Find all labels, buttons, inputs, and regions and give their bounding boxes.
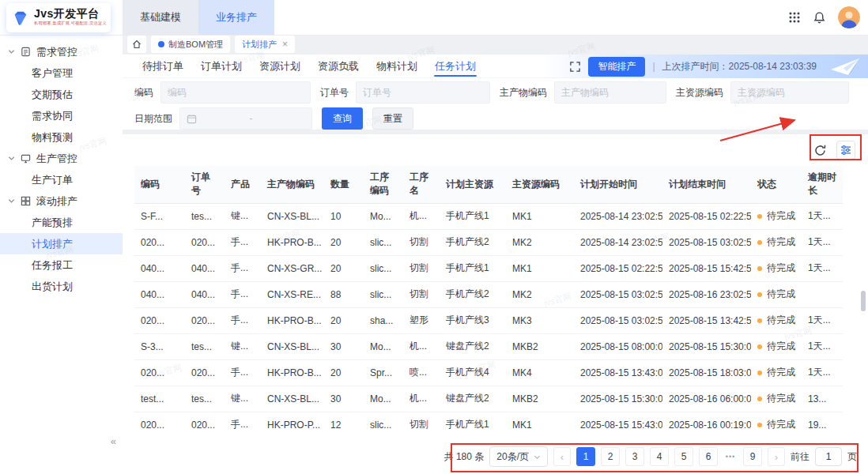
home-icon[interactable] xyxy=(127,36,146,53)
table-cell: 1天... xyxy=(802,333,843,359)
sidebar-item-label: 生产管控 xyxy=(36,152,77,166)
table-row[interactable]: S-3...tes...键...CN-XS-BL...30Mo...机...键盘… xyxy=(134,333,843,359)
next-page-button[interactable]: › xyxy=(768,447,785,466)
sidebar-item[interactable]: 需求协同 xyxy=(0,105,123,126)
bell-icon[interactable] xyxy=(813,11,826,24)
logo-text: Jvs开发平台 私有部署,集成扩展,可视配置,灵活定义 xyxy=(34,8,141,28)
table-cell: tes... xyxy=(185,203,225,229)
fullscreen-icon[interactable] xyxy=(569,61,581,73)
pagination-page[interactable]: 1 xyxy=(576,447,595,466)
sidebar-item[interactable]: 物料预测 xyxy=(0,126,123,148)
filter-input[interactable] xyxy=(554,81,666,103)
avatar[interactable] xyxy=(838,6,860,28)
table-cell: 手... xyxy=(225,412,261,438)
table-cell: 键盘产线2 xyxy=(440,333,506,359)
page-size-select[interactable]: 20条/页 xyxy=(489,446,548,467)
sidebar-group[interactable]: 滚动排产 xyxy=(0,190,123,212)
sub-tab[interactable]: 任务计划 xyxy=(426,55,485,77)
pagination-page[interactable]: 2 xyxy=(601,447,620,466)
workspace-tabs: 制造BOM管理计划排产× xyxy=(151,36,295,53)
table-cell: Mo... xyxy=(364,333,403,359)
table-cell: 手... xyxy=(225,307,261,333)
sidebar-collapse-icon[interactable]: « xyxy=(111,435,116,447)
table-cell: 2025-08-16 00:19:00 xyxy=(662,412,751,438)
table-cell: MK4 xyxy=(506,359,574,386)
status-dot-icon xyxy=(757,318,762,323)
search-button[interactable]: 查询 xyxy=(322,107,363,130)
sidebar-item[interactable]: 生产订单 xyxy=(0,169,123,190)
logo-gem-icon xyxy=(12,9,29,27)
sub-tab[interactable]: 资源负载 xyxy=(309,55,368,77)
table-cell: MK1 xyxy=(506,203,574,229)
goto-page-input[interactable] xyxy=(815,447,842,466)
workspace-tab[interactable]: 制造BOM管理 xyxy=(151,36,230,53)
table-cell: 13... xyxy=(802,386,843,412)
sidebar-item[interactable]: 产能预排 xyxy=(0,212,123,233)
filter-input[interactable] xyxy=(160,81,311,103)
date-range-input[interactable]: - xyxy=(179,107,312,130)
table-cell: 2025-08-16 23:02:59 xyxy=(662,281,751,307)
status-dot-icon xyxy=(757,344,762,349)
table-cell: 2025-08-15 18:03:00 xyxy=(662,359,751,386)
workspace-tab[interactable]: 计划排产× xyxy=(235,36,295,53)
table-cell: 切割 xyxy=(403,281,440,307)
sidebar-group[interactable]: 需求管控 xyxy=(0,41,123,62)
pagination-page[interactable]: 5 xyxy=(674,447,693,466)
app-root: { "header": { "logo": { "title": "Jvs开发平… xyxy=(0,0,868,474)
pagination-page[interactable]: 9 xyxy=(743,447,762,466)
pagination-page[interactable]: 3 xyxy=(625,447,644,466)
pagination-page[interactable]: 4 xyxy=(650,447,669,466)
table-cell: 30 xyxy=(324,386,364,412)
filter-field: 编码 xyxy=(134,81,311,103)
tasks-table: 编码订单号产品主产物编码数量工序编码工序名计划主资源主资源编码计划开始时间计划结… xyxy=(134,166,843,438)
status-badge: 待完成 xyxy=(751,281,802,307)
layers-icon xyxy=(21,196,31,206)
pagination-ellipsis[interactable]: ••• xyxy=(723,453,738,461)
nav-tab[interactable]: 业务排产 xyxy=(198,0,274,35)
table-cell: 88 xyxy=(324,281,364,307)
date-separator: - xyxy=(250,113,253,124)
filter-input[interactable] xyxy=(730,81,849,103)
pagination-page[interactable]: 6 xyxy=(699,447,718,466)
table-row[interactable]: test...tes...键...CN-XS-BL...30Mo...机...键… xyxy=(134,386,843,412)
table-cell: 手... xyxy=(225,255,261,281)
workspace-tabbar: 制造BOM管理计划排产× xyxy=(127,36,295,53)
sidebar-item[interactable]: 客户管理 xyxy=(0,62,123,84)
sidebar-item-label: 出货计划 xyxy=(32,280,73,294)
prev-page-button[interactable]: ‹ xyxy=(553,447,571,466)
sidebar-item[interactable]: 任务报工 xyxy=(0,254,123,276)
table-row[interactable]: 020...020...手...HK-PRO-B...20sha...塑形手机产… xyxy=(134,307,843,333)
sidebar-item[interactable]: 交期预估 xyxy=(0,84,123,105)
status-dot-icon xyxy=(757,292,762,297)
table-cell: 手机产线1 xyxy=(440,203,506,229)
table-cell: 键... xyxy=(225,333,261,359)
column-settings-icon[interactable] xyxy=(836,141,855,160)
table-cell: 2025-08-15 02:22:58 xyxy=(662,203,751,229)
sidebar-group[interactable]: 生产管控 xyxy=(0,148,123,169)
date-range-label: 日期范围 xyxy=(134,112,172,126)
table-cell: HK-PRO-B... xyxy=(261,229,324,255)
apps-grid-icon[interactable] xyxy=(788,11,801,24)
close-icon[interactable]: × xyxy=(282,39,288,50)
table-row[interactable]: 020...020...手...HK-PRO-P...12slic...切割手机… xyxy=(134,412,843,438)
table-row[interactable]: 040...040...手...CN-XS-RE...88slic...切割手机… xyxy=(134,281,843,307)
reset-button[interactable]: 重置 xyxy=(372,107,413,130)
vertical-scrollbar[interactable] xyxy=(861,291,866,311)
table-cell: 2025-08-15 03:02:59 xyxy=(574,281,662,307)
sub-tab[interactable]: 订单计划 xyxy=(192,55,251,77)
table-row[interactable]: 020...020...手...HK-PRO-B...20slic...切割手机… xyxy=(134,229,843,255)
sidebar-item[interactable]: 计划排产 xyxy=(0,233,123,254)
sidebar-item[interactable]: 出货计划 xyxy=(0,276,123,297)
sub-tab[interactable]: 资源计划 xyxy=(251,55,309,77)
refresh-icon[interactable] xyxy=(813,144,827,157)
status-badge: 待完成 xyxy=(751,255,802,281)
smart-schedule-button[interactable]: 智能排产 xyxy=(588,57,645,77)
filter-input[interactable] xyxy=(356,81,490,103)
table-row[interactable]: S-F...tes...键...CN-XS-BL...10Mo...机...手机… xyxy=(134,203,843,229)
sub-tab[interactable]: 物料计划 xyxy=(368,55,426,77)
table-row[interactable]: 020...020...手...HK-PRO-B...20Spr...喷...手… xyxy=(134,359,843,386)
column-header: 主产物编码 xyxy=(261,166,324,203)
chevron-down-icon xyxy=(8,198,15,205)
table-row[interactable]: 040...040...手...CN-XS-GR...20slic...切割手机… xyxy=(134,255,843,281)
sub-tab[interactable]: 待排订单 xyxy=(134,55,192,77)
